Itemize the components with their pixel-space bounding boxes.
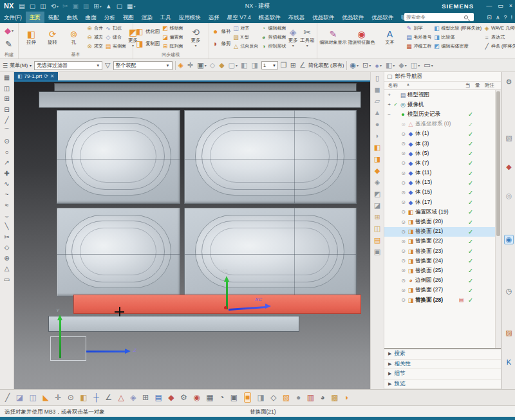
block-tool-icon[interactable]: ◼	[374, 86, 380, 93]
tab-render[interactable]: 渲染	[138, 12, 156, 23]
stack-bodies-icon[interactable]: ▤	[154, 393, 162, 402]
cavity-layout-icon[interactable]: ▣	[230, 393, 238, 402]
snap-point-icon[interactable]: ✛	[187, 61, 194, 69]
ribbon-small-button[interactable]: ▤实例面	[105, 42, 126, 51]
point-tool-icon[interactable]: ✛	[55, 393, 61, 402]
copy-icon[interactable]: ▣	[72, 3, 79, 10]
polygon-icon[interactable]: ◇	[5, 244, 10, 251]
ribbon-button[interactable]: ◧优化面	[135, 26, 160, 37]
orient-view-icon[interactable]: ◧▾	[386, 61, 395, 69]
fit-view-icon[interactable]: ⊡▾	[362, 61, 371, 69]
ribbon-small-button[interactable]: ◔编辑截面	[261, 24, 286, 33]
ribbon-button[interactable]: ⊚孔	[63, 30, 84, 45]
tab-router[interactable]: 布线器	[285, 12, 309, 23]
tab-youpin-1[interactable]: 优品软件	[308, 12, 338, 23]
selection-filter-dropdown[interactable]: 无选择过滤器▼	[34, 61, 102, 70]
ribbon-button[interactable]: ◧拉伸	[21, 30, 42, 45]
menu-button[interactable]: ☰菜单(M)▾	[3, 62, 32, 69]
sort-ascending-icon[interactable]: ▲	[406, 82, 410, 86]
node-replace-face-25[interactable]: ⊙ ◨ 替换面 (25) ✓	[384, 266, 495, 275]
hole-icon[interactable]: ⊟	[4, 107, 9, 113]
mold-block-lower-left[interactable]	[57, 208, 180, 297]
node-body-1[interactable]: ⊙ ◆ 体 (1) ✓	[384, 129, 495, 139]
triad-origin[interactable]	[224, 306, 227, 309]
grid-body-icon[interactable]: ▩	[331, 393, 338, 402]
toolbox-button[interactable]: ✂ 工具箱 ▾	[300, 28, 315, 48]
ribbon-button[interactable]: ✎编辑对象显示	[319, 30, 348, 45]
tab-selection[interactable]: 选择	[205, 12, 223, 23]
wcs-z-axis[interactable]	[86, 351, 125, 352]
ribbon-button[interactable]: ◉指派特征颜色	[348, 30, 376, 45]
tab-curve[interactable]: 曲线	[63, 12, 82, 23]
ribbon-small-button[interactable]: ◩移动面	[162, 24, 183, 33]
cavity-tool-icon[interactable]: ◗	[375, 132, 380, 140]
touch-mode-icon[interactable]: ▲	[106, 3, 113, 10]
node-offset-region-19[interactable]: ⊙ ◧ 偏置区域 (19) ✓	[384, 207, 495, 217]
pattern-tool-icon[interactable]: ⊞	[374, 214, 380, 221]
rectangle-icon[interactable]: ▭	[4, 277, 10, 283]
node-history[interactable]: − ● 模型历史记录 ✓	[384, 109, 495, 119]
layers-icon[interactable]: ◇	[270, 393, 276, 402]
filter-icon[interactable]: ▽	[105, 61, 110, 69]
simplified-assembly-button[interactable]: 简化装配 (原有)	[308, 62, 344, 69]
node-body-3[interactable]: ⊙ ◆ 体 (3) ✓	[384, 139, 495, 149]
ribbon-button[interactable]: ●修补	[211, 26, 231, 37]
ribbon-small-button[interactable]: ⊕合并	[86, 24, 103, 33]
arc-icon[interactable]: ⌒	[4, 128, 10, 134]
ribbon-small-button[interactable]: ◧模型比较 (即将失效)	[434, 24, 482, 33]
arrange-icon[interactable]: ⊞	[290, 61, 296, 69]
ribbon-small-button[interactable]: ⊞阵列面	[162, 42, 183, 51]
column-name[interactable]: 名称	[388, 82, 398, 89]
insert-tool-icon[interactable]: ◧	[374, 144, 380, 151]
window-icon[interactable]: ▭▾	[424, 61, 433, 69]
ribbon-small-button[interactable]: ◇缝合	[105, 33, 126, 42]
sketch-line-icon[interactable]: ╱	[5, 393, 10, 402]
node-cameras[interactable]: + ✓ ◎ 摄像机	[384, 100, 495, 109]
assembly-navigator-icon[interactable]: ▧	[504, 133, 514, 143]
tab-surface[interactable]: 曲面	[82, 12, 100, 23]
ribbon-small-button[interactable]: ▤毛坯番号	[406, 33, 432, 42]
command-alert-icon[interactable]: !	[510, 14, 512, 21]
tab-file[interactable]: 文件(F)	[0, 12, 26, 23]
command-search-input[interactable]	[406, 14, 463, 20]
cube-b-icon[interactable]: ◨	[251, 61, 258, 69]
frame-icon[interactable]: ▢▾	[229, 61, 238, 69]
knowledge-icon[interactable]: K	[504, 357, 514, 367]
electrode-icon[interactable]: ▦	[206, 393, 213, 402]
copy-display-icon[interactable]: ❒	[281, 61, 287, 69]
move-body-icon[interactable]: ◈	[375, 179, 380, 186]
selection-scope-dropdown[interactable]: 整个装配▼	[113, 61, 173, 70]
pocket-tool-icon[interactable]: ▤	[374, 237, 380, 244]
ribbon-small-button[interactable]: ◪偏置面	[162, 33, 183, 42]
node-replace-face-28[interactable]: ⊙ ◨ 替换面 (28) ▤ ✓	[384, 295, 495, 305]
ribbon-small-button[interactable]: ⊗求交	[86, 42, 103, 51]
node-body-17[interactable]: ⊙ ◆ 体 (17) ✓	[384, 197, 495, 207]
mold-block-upper-right[interactable]	[184, 110, 357, 204]
column-quantity[interactable]: 量	[475, 82, 480, 89]
tab-analysis[interactable]: 分析	[100, 12, 119, 23]
selection-box-icon[interactable]: ▣▾	[197, 61, 206, 69]
ellipse-icon[interactable]: ○	[5, 149, 8, 156]
column-current[interactable]: 当	[465, 82, 471, 89]
triangle-icon[interactable]: △	[5, 266, 10, 272]
node-replace-face-27[interactable]: ⊙ ◨ 替换面 (27) ✓	[384, 286, 495, 295]
point-line-icon[interactable]: ↗	[4, 160, 9, 166]
part-navigator-icon[interactable]: ◎	[504, 191, 514, 201]
ribbon-small-button[interactable]: ∿扫掠	[105, 24, 126, 33]
save-icon[interactable]: ◫	[40, 3, 46, 10]
mold-block-lower-right[interactable]	[184, 208, 357, 297]
insert-core-icon[interactable]: ◆	[168, 393, 174, 402]
repeat-command-icon[interactable]: ⊞▾	[93, 3, 101, 10]
node-body-7[interactable]: ⊙ ◆ 体 (7) ✓	[384, 158, 495, 168]
draft-tool-icon[interactable]: ◫	[374, 225, 380, 232]
angle-icon[interactable]: ∠	[299, 61, 306, 69]
node-replace-face-22[interactable]: ⊙ ◨ 替换面 (22) ✓	[384, 237, 495, 246]
tab-view[interactable]: 视图	[119, 12, 138, 23]
extrude-icon[interactable]: ⊞	[4, 96, 9, 102]
triad-yc-axis[interactable]	[226, 281, 228, 309]
csys-icon[interactable]: △	[118, 393, 124, 402]
color-palette-icon[interactable]: ▨	[504, 328, 514, 338]
line-icon[interactable]: ╱	[5, 117, 8, 123]
wcs-y-axis[interactable]	[59, 320, 61, 358]
ribbon-button[interactable]: ◗修剪	[211, 38, 231, 50]
